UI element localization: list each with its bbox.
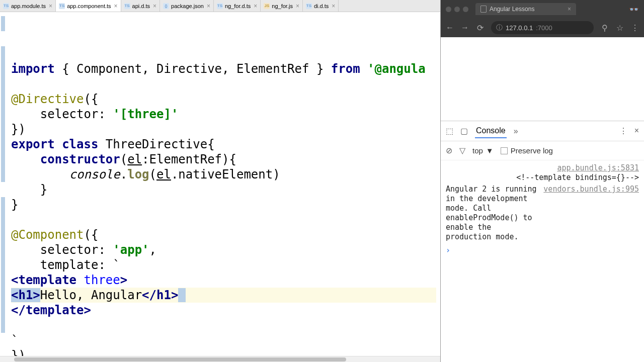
- scrollbar-thumb[interactable]: [14, 357, 346, 361]
- code-editor[interactable]: import { Component, Directive, ElementRe…: [0, 12, 440, 356]
- tab-di-d-ts[interactable]: TSdi.d.ts×: [303, 0, 339, 12]
- browser-tab[interactable]: Angular Lessons ×: [475, 3, 576, 15]
- tab-ng-for-d-ts[interactable]: TSng_for.d.ts×: [214, 0, 261, 12]
- tab-console[interactable]: Console: [475, 124, 507, 138]
- maximize-window-icon[interactable]: [463, 7, 468, 12]
- chevron-down-icon: ▼: [486, 146, 494, 155]
- close-icon[interactable]: ×: [296, 3, 299, 10]
- ts-icon: TS: [59, 3, 65, 9]
- address-bar[interactable]: ⓘ 127.0.0.1:7000: [491, 21, 594, 34]
- close-window-icon[interactable]: [446, 7, 451, 12]
- console-prompt[interactable]: ›: [446, 246, 639, 255]
- browser-viewport[interactable]: [441, 37, 644, 121]
- window-controls: [446, 7, 468, 12]
- js-icon: JS: [264, 3, 270, 9]
- filter-icon[interactable]: ▽: [459, 146, 465, 155]
- star-icon[interactable]: ☆: [616, 23, 624, 33]
- tab-api-d-ts[interactable]: TSapi.d.ts×: [121, 0, 160, 12]
- ts-icon: TS: [3, 3, 9, 9]
- context-select[interactable]: top ▼: [472, 146, 494, 155]
- log-source[interactable]: app.bundle.js:5831: [557, 163, 639, 172]
- kebab-icon[interactable]: ⋮: [619, 126, 627, 136]
- tab-package-json[interactable]: {}package.json×: [160, 0, 214, 12]
- info-icon[interactable]: ⓘ: [496, 23, 503, 32]
- close-icon[interactable]: ×: [153, 3, 156, 10]
- close-icon[interactable]: ×: [332, 3, 335, 10]
- clear-icon[interactable]: ⊘: [446, 146, 452, 155]
- ts-icon: TS: [217, 3, 223, 9]
- close-icon[interactable]: ×: [49, 3, 52, 10]
- back-icon[interactable]: ←: [446, 23, 454, 32]
- menu-icon[interactable]: ⋮: [631, 23, 639, 33]
- ts-icon: TS: [306, 3, 312, 9]
- log-source[interactable]: vendors.bundle.js:995: [543, 185, 639, 242]
- page-icon: [480, 6, 487, 13]
- console-toolbar: ⊘ ▽ top ▼ Preserve log: [441, 141, 644, 160]
- horizontal-scrollbar[interactable]: [0, 356, 440, 362]
- close-icon[interactable]: ×: [207, 3, 210, 10]
- tab-app-module[interactable]: TSapp.module.ts×: [0, 0, 56, 12]
- checkbox-icon[interactable]: [501, 147, 508, 154]
- close-icon[interactable]: ×: [634, 126, 639, 136]
- browser-navbar: ← → ⟳ ⓘ 127.0.0.1:7000 ⚲ ☆ ⋮: [441, 18, 644, 37]
- ts-icon: TS: [124, 3, 130, 9]
- ide-pane: TSapp.module.ts× TSapp.component.ts× TSa…: [0, 0, 441, 362]
- close-icon[interactable]: ×: [114, 3, 118, 10]
- browser-pane: Angular Lessons × 👓 ← → ⟳ ⓘ 127.0.0.1:70…: [441, 0, 644, 362]
- editor-tabs: TSapp.module.ts× TSapp.component.ts× TSa…: [0, 0, 440, 12]
- minimize-window-icon[interactable]: [454, 7, 460, 12]
- code-content: import { Component, Directive, ElementRe…: [11, 61, 438, 356]
- console-log-row: Angular 2 is running in the development …: [446, 185, 639, 242]
- chevron-right-icon[interactable]: »: [514, 127, 518, 136]
- browser-chrome: Angular Lessons × 👓 ← → ⟳ ⓘ 127.0.0.1:70…: [441, 0, 644, 37]
- editor-gutter: [0, 12, 7, 356]
- inspect-icon[interactable]: ⬚: [446, 126, 453, 136]
- reload-icon[interactable]: ⟳: [476, 23, 484, 33]
- tab-ng-for-js[interactable]: JSng_for.js×: [261, 0, 303, 12]
- devtools-tabs: ⬚ ▢ Console » ⋮ ×: [441, 121, 644, 141]
- devtools: ⬚ ▢ Console » ⋮ × ⊘ ▽ top ▼ Preserve log…: [441, 121, 644, 362]
- browser-tabbar: Angular Lessons × 👓: [441, 0, 644, 18]
- close-icon[interactable]: ×: [254, 3, 257, 10]
- tab-app-component[interactable]: TSapp.component.ts×: [56, 0, 121, 12]
- console-log-row: app.bundle.js:5831<!--template bindings=…: [446, 163, 639, 183]
- close-icon[interactable]: ×: [568, 6, 571, 13]
- device-icon[interactable]: ▢: [460, 126, 468, 136]
- preserve-log-toggle[interactable]: Preserve log: [501, 146, 553, 155]
- json-icon: {}: [163, 3, 169, 9]
- search-icon[interactable]: ⚲: [601, 23, 609, 33]
- forward-icon[interactable]: →: [461, 23, 469, 32]
- console-output[interactable]: app.bundle.js:5831<!--template bindings=…: [441, 160, 644, 362]
- incognito-icon: 👓: [629, 5, 639, 14]
